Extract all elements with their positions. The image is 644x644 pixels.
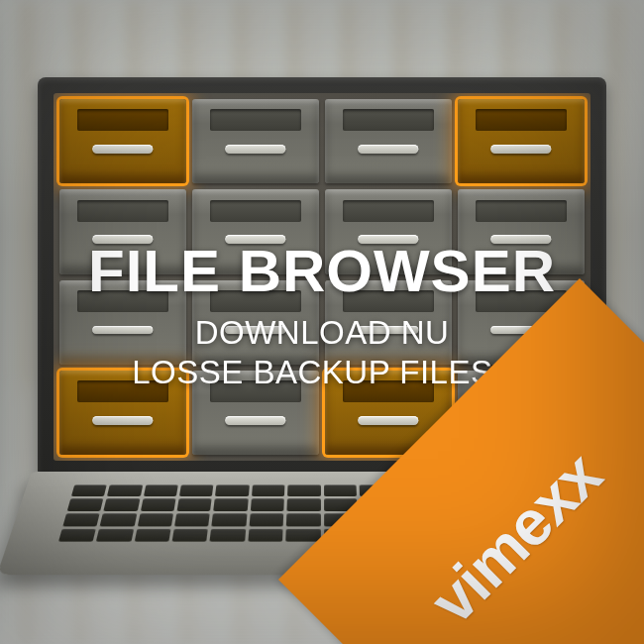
promo-image: FILE BROWSER DOWNLOAD NU LOSSE BACKUP FI… xyxy=(0,0,644,644)
drawer xyxy=(325,280,452,365)
drawer xyxy=(325,189,452,273)
drawer xyxy=(325,99,452,183)
drawer-highlighted xyxy=(59,371,186,455)
drawer xyxy=(59,189,186,273)
drawer-highlighted xyxy=(59,99,186,183)
drawer xyxy=(192,371,319,455)
drawer xyxy=(192,189,319,273)
drawer xyxy=(192,280,319,365)
drawer-highlighted xyxy=(458,99,585,183)
drawer xyxy=(458,189,585,273)
drawer xyxy=(192,99,319,183)
drawer xyxy=(59,280,186,365)
